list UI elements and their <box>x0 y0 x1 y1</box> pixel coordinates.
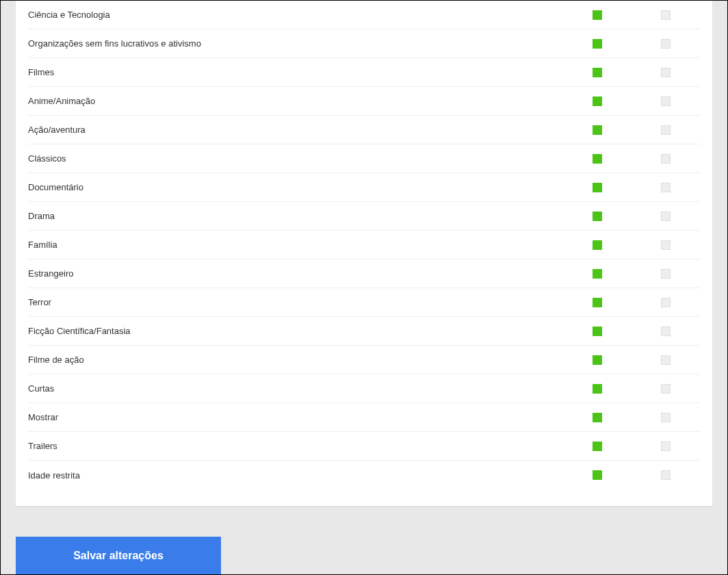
category-row: Clássicos <box>28 144 700 173</box>
checkbox-col-1 <box>563 10 632 20</box>
checkbox-secondary[interactable] <box>661 413 671 422</box>
checkbox-col-1 <box>563 470 632 480</box>
category-label: Mostrar <box>28 412 563 422</box>
checkbox-col-2 <box>632 442 700 451</box>
checkbox-col-1 <box>563 39 632 49</box>
checkbox-secondary[interactable] <box>661 327 671 336</box>
checkbox-secondary[interactable] <box>661 39 671 49</box>
checkbox-enabled[interactable] <box>593 10 602 20</box>
checkbox-secondary[interactable] <box>661 68 671 77</box>
checkbox-enabled[interactable] <box>593 154 602 164</box>
category-label: Estrangeiro <box>28 268 563 279</box>
checkbox-col-2 <box>632 154 700 164</box>
checkbox-secondary[interactable] <box>661 442 671 451</box>
checkbox-secondary[interactable] <box>661 384 671 394</box>
checkbox-col-1 <box>563 97 632 106</box>
checkbox-col-1 <box>563 413 632 422</box>
checkbox-col-2 <box>632 10 700 20</box>
category-row: Idade restrita <box>28 461 700 489</box>
checkbox-enabled[interactable] <box>593 355 602 365</box>
checkbox-enabled[interactable] <box>593 39 602 49</box>
checkbox-enabled[interactable] <box>593 240 602 250</box>
checkbox-col-2 <box>632 384 700 394</box>
category-row: Terror <box>28 288 700 317</box>
checkbox-col-1 <box>563 68 632 77</box>
checkbox-col-1 <box>563 212 632 221</box>
checkbox-col-2 <box>632 212 700 221</box>
category-row: Ciência e Tecnologia <box>28 1 700 29</box>
checkbox-col-2 <box>632 68 700 77</box>
checkbox-col-1 <box>563 183 632 192</box>
checkbox-enabled[interactable] <box>593 384 602 394</box>
checkbox-secondary[interactable] <box>661 97 671 106</box>
checkbox-enabled[interactable] <box>593 68 602 77</box>
checkbox-enabled[interactable] <box>593 269 602 279</box>
checkbox-col-1 <box>563 327 632 336</box>
category-row: Drama <box>28 202 700 231</box>
category-label: Trailers <box>28 441 563 451</box>
category-label: Organizações sem fins lucrativos e ativi… <box>28 38 563 49</box>
checkbox-secondary[interactable] <box>661 154 671 164</box>
category-row: Filmes <box>28 58 700 87</box>
category-label: Clássicos <box>28 153 563 164</box>
category-row: Organizações sem fins lucrativos e ativi… <box>28 29 700 58</box>
categories-panel: Ciência e TecnologiaOrganizações sem fin… <box>16 1 712 506</box>
checkbox-secondary[interactable] <box>661 212 671 221</box>
category-label: Anime/Animação <box>28 96 563 106</box>
checkbox-col-1 <box>563 384 632 394</box>
categories-list: Ciência e TecnologiaOrganizações sem fin… <box>28 1 700 489</box>
category-row: Família <box>28 231 700 259</box>
checkbox-col-2 <box>632 269 700 279</box>
checkbox-secondary[interactable] <box>661 240 671 250</box>
checkbox-col-1 <box>563 355 632 365</box>
checkbox-col-1 <box>563 442 632 451</box>
category-label: Filmes <box>28 67 563 77</box>
checkbox-secondary[interactable] <box>661 10 671 20</box>
checkbox-enabled[interactable] <box>593 97 602 106</box>
checkbox-col-1 <box>563 269 632 279</box>
category-label: Drama <box>28 211 563 221</box>
category-label: Filme de ação <box>28 355 563 365</box>
category-row: Curtas <box>28 374 700 403</box>
category-label: Terror <box>28 297 563 307</box>
category-row: Trailers <box>28 432 700 461</box>
category-row: Anime/Animação <box>28 87 700 116</box>
checkbox-enabled[interactable] <box>593 470 602 480</box>
checkbox-secondary[interactable] <box>661 269 671 279</box>
category-label: Família <box>28 240 563 250</box>
category-label: Ação/aventura <box>28 125 563 135</box>
checkbox-col-2 <box>632 125 700 135</box>
category-label: Ciência e Tecnologia <box>28 10 563 20</box>
checkbox-enabled[interactable] <box>593 212 602 221</box>
category-row: Ação/aventura <box>28 116 700 144</box>
checkbox-enabled[interactable] <box>593 413 602 422</box>
checkbox-col-1 <box>563 298 632 307</box>
checkbox-col-2 <box>632 355 700 365</box>
checkbox-col-1 <box>563 240 632 250</box>
checkbox-secondary[interactable] <box>661 298 671 307</box>
checkbox-col-2 <box>632 298 700 307</box>
checkbox-enabled[interactable] <box>593 442 602 451</box>
category-label: Idade restrita <box>28 470 563 481</box>
checkbox-enabled[interactable] <box>593 125 602 135</box>
checkbox-col-2 <box>632 413 700 422</box>
category-row: Documentário <box>28 173 700 202</box>
category-label: Ficção Científica/Fantasia <box>28 326 563 336</box>
save-button[interactable]: Salvar alterações <box>16 537 221 574</box>
category-row: Ficção Científica/Fantasia <box>28 317 700 346</box>
checkbox-enabled[interactable] <box>593 327 602 336</box>
checkbox-secondary[interactable] <box>661 125 671 135</box>
category-row: Mostrar <box>28 403 700 432</box>
checkbox-secondary[interactable] <box>661 355 671 365</box>
checkbox-secondary[interactable] <box>661 470 671 480</box>
checkbox-enabled[interactable] <box>593 183 602 192</box>
checkbox-col-2 <box>632 183 700 192</box>
checkbox-col-2 <box>632 327 700 336</box>
category-label: Documentário <box>28 182 563 192</box>
checkbox-col-2 <box>632 240 700 250</box>
checkbox-secondary[interactable] <box>661 183 671 192</box>
checkbox-enabled[interactable] <box>593 298 602 307</box>
page-container: Ciência e TecnologiaOrganizações sem fin… <box>1 1 727 574</box>
checkbox-col-1 <box>563 154 632 164</box>
category-row: Filme de ação <box>28 346 700 374</box>
